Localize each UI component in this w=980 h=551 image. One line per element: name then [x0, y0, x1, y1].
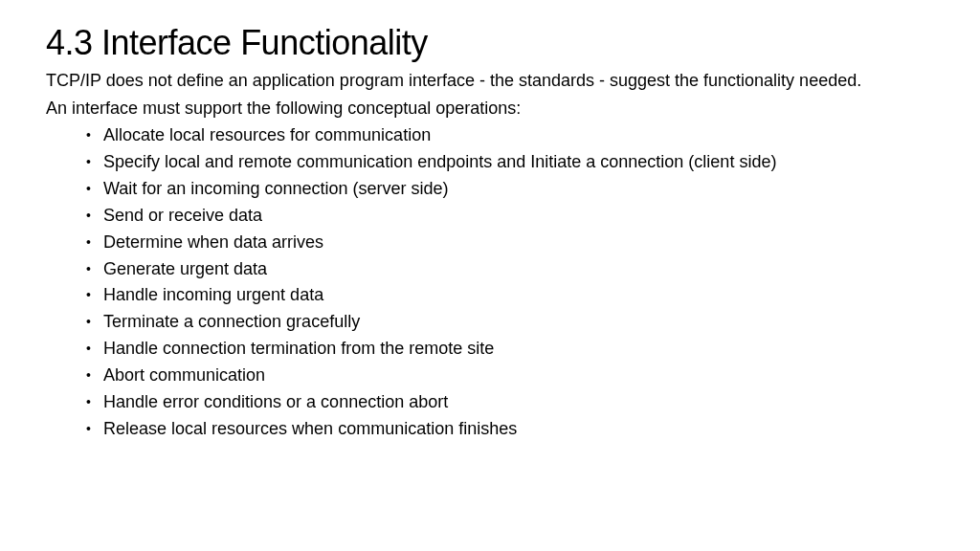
list-item: Wait for an incoming connection (server …	[103, 176, 934, 203]
list-item: Handle error conditions or a connection …	[103, 389, 934, 416]
operations-list: Allocate local resources for communicati…	[46, 122, 934, 443]
list-item: Abort communication	[103, 363, 934, 389]
list-item: Specify local and remote communication e…	[103, 149, 934, 176]
list-item: Terminate a connection gracefully	[103, 309, 934, 336]
list-item: Handle connection termination from the r…	[103, 336, 934, 363]
intro-paragraph: TCP/IP does not define an application pr…	[46, 71, 934, 92]
list-item: Send or receive data	[103, 203, 934, 230]
list-item: Release local resources when communicati…	[103, 416, 934, 443]
slide-title: 4.3 Interface Functionality	[46, 23, 934, 63]
list-item: Handle incoming urgent data	[103, 282, 934, 309]
list-item: Generate urgent data	[103, 256, 934, 283]
list-item: Allocate local resources for communicati…	[103, 122, 934, 149]
operations-lead-in: An interface must support the following …	[46, 98, 934, 120]
list-item: Determine when data arrives	[103, 230, 934, 256]
